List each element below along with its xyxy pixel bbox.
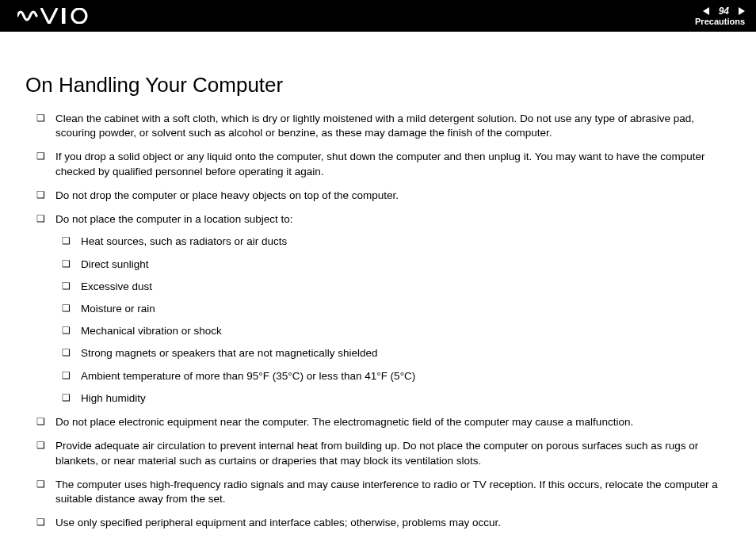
bullet-list: Clean the cabinet with a soft cloth, whi… — [25, 112, 731, 530]
page-header: 94 Precautions — [0, 0, 756, 32]
list-item: Moisture or rain — [62, 302, 731, 316]
svg-rect-0 — [62, 8, 66, 24]
list-item: Clean the cabinet with a soft cloth, whi… — [36, 112, 731, 140]
list-item: Excessive dust — [62, 280, 731, 294]
list-item: High humidity — [62, 391, 731, 406]
page-content: On Handling Your Computer Clean the cabi… — [0, 32, 756, 534]
next-page-button[interactable] — [734, 7, 745, 15]
section-label: Precautions — [695, 17, 745, 26]
list-item: Provide adequate air circulation to prev… — [36, 439, 731, 467]
svg-marker-2 — [703, 7, 709, 15]
vaio-logo — [17, 8, 95, 24]
list-item: Ambient temperature of more than 95°F (3… — [62, 369, 731, 383]
list-item: Do not place electronic equipment near t… — [36, 415, 731, 429]
sub-list: Heat sources, such as radiators or air d… — [55, 235, 731, 406]
list-item: If you drop a solid object or any liquid… — [36, 150, 731, 178]
list-item: Do not place the computer in a location … — [36, 212, 731, 406]
list-item: Direct sunlight — [62, 257, 731, 272]
prev-page-button[interactable] — [703, 7, 714, 15]
header-nav: 94 Precautions — [695, 6, 745, 26]
list-item: Do not drop the computer or place heavy … — [36, 189, 731, 203]
svg-point-1 — [72, 9, 86, 23]
page-title: On Handling Your Computer — [25, 73, 731, 97]
list-item: Mechanical vibration or shock — [62, 324, 731, 338]
list-item: Use only specified peripheral equipment … — [36, 516, 731, 530]
svg-marker-3 — [739, 7, 745, 15]
list-item: Strong magnets or speakers that are not … — [62, 346, 731, 360]
list-item: The computer uses high-frequency radio s… — [36, 478, 731, 506]
list-item: Heat sources, such as radiators or air d… — [62, 235, 731, 249]
page-number: 94 — [719, 6, 729, 16]
